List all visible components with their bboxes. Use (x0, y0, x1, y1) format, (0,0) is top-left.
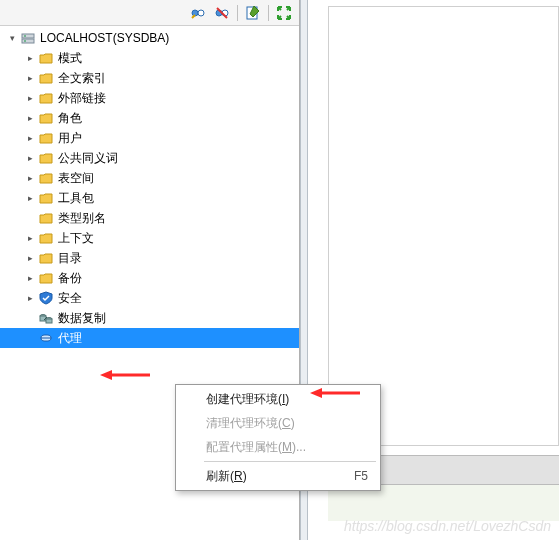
folder-icon (38, 110, 54, 126)
tree-node-label: 角色 (58, 110, 82, 127)
tree-node-label: 表空间 (58, 170, 94, 187)
tree-node-label: 全文索引 (58, 70, 106, 87)
annotation-arrow (100, 368, 150, 382)
tree-node[interactable]: ▸全文索引 (0, 68, 299, 88)
expander-right-icon[interactable]: ▸ (24, 272, 36, 284)
agent-icon (38, 330, 54, 346)
menu-item-label: 刷新(R) (206, 468, 247, 485)
toolbar-separator (268, 5, 269, 21)
tree-node-label: 模式 (58, 50, 82, 67)
expander-right-icon[interactable]: ▸ (24, 292, 36, 304)
tree-node[interactable]: ▸模式 (0, 48, 299, 68)
tree-node[interactable]: ▸目录 (0, 248, 299, 268)
svg-point-1 (198, 10, 204, 16)
expander-right-icon[interactable]: ▸ (24, 172, 36, 184)
menu-config-agent-props: 配置代理属性(M)... (178, 435, 378, 459)
folder-icon (38, 150, 54, 166)
svg-marker-17 (310, 388, 322, 398)
tree-node-label: 安全 (58, 290, 82, 307)
annotation-arrow (310, 386, 360, 400)
expander-none (24, 312, 36, 324)
tree-node-label: 数据复制 (58, 310, 106, 327)
tree-node[interactable]: 代理 (0, 328, 299, 348)
tree-node[interactable]: ▸安全 (0, 288, 299, 308)
tree-node-label: 代理 (58, 330, 82, 347)
folder-icon (38, 170, 54, 186)
expander-right-icon[interactable]: ▸ (24, 152, 36, 164)
context-menu: 创建代理环境(I) 清理代理环境(C) 配置代理属性(M)... 刷新(R) F… (175, 384, 381, 491)
menu-shortcut: F5 (354, 469, 368, 483)
tree-node[interactable]: 类型别名 (0, 208, 299, 228)
tree-node-label: 目录 (58, 250, 82, 267)
svg-rect-7 (22, 39, 34, 43)
toolbar-separator (237, 5, 238, 21)
expander-right-icon[interactable]: ▸ (24, 192, 36, 204)
editor-placeholder (328, 6, 559, 446)
tree-node[interactable]: ▸用户 (0, 128, 299, 148)
folder-icon (38, 130, 54, 146)
expander-none (24, 332, 36, 344)
menu-item-label: 配置代理属性(M)... (206, 439, 306, 456)
folder-icon (38, 70, 54, 86)
toolbar-edit-icon[interactable] (242, 3, 264, 23)
folder-icon (38, 50, 54, 66)
expander-right-icon[interactable]: ▸ (24, 132, 36, 144)
svg-point-8 (24, 35, 26, 37)
tree-node-label: 上下文 (58, 230, 94, 247)
folder-icon (38, 210, 54, 226)
svg-rect-13 (46, 319, 52, 323)
folder-icon (38, 250, 54, 266)
tree-toolbar (0, 0, 299, 26)
menu-separator (204, 461, 376, 462)
toolbar-fullscreen-icon[interactable] (273, 3, 295, 23)
toolbar-unlink-icon[interactable] (211, 3, 233, 23)
tree-node-label: 工具包 (58, 190, 94, 207)
object-tree[interactable]: ▾ LOCALHOST(SYSDBA) ▸模式▸全文索引▸外部链接▸角色▸用户▸… (0, 26, 299, 350)
tree-node-label: 类型别名 (58, 210, 106, 227)
tree-node-label: 外部链接 (58, 90, 106, 107)
tree-node-label: 用户 (58, 130, 82, 147)
folder-icon (38, 230, 54, 246)
tree-node-label: 备份 (58, 270, 82, 287)
svg-point-9 (24, 40, 26, 42)
folder-icon (38, 270, 54, 286)
replication-icon (38, 310, 54, 326)
tree-node[interactable]: ▸外部链接 (0, 88, 299, 108)
watermark: https://blog.csdn.net/LovezhCsdn (344, 518, 551, 534)
expander-right-icon[interactable]: ▸ (24, 252, 36, 264)
tree-node[interactable]: ▸公共同义词 (0, 148, 299, 168)
tree-node-label: 公共同义词 (58, 150, 118, 167)
expander-none (24, 212, 36, 224)
folder-icon (38, 90, 54, 106)
expander-right-icon[interactable]: ▸ (24, 52, 36, 64)
tree-node[interactable]: ▸表空间 (0, 168, 299, 188)
server-icon (20, 30, 36, 46)
menu-item-label: 清理代理环境(C) (206, 415, 295, 432)
svg-rect-6 (22, 34, 34, 38)
tree-node[interactable]: ▸备份 (0, 268, 299, 288)
tree-node[interactable]: ▸角色 (0, 108, 299, 128)
tree-node[interactable]: ▸上下文 (0, 228, 299, 248)
expander-right-icon[interactable]: ▸ (24, 112, 36, 124)
expander-right-icon[interactable]: ▸ (24, 92, 36, 104)
expander-down-icon[interactable]: ▾ (6, 32, 18, 44)
tree-root[interactable]: ▾ LOCALHOST(SYSDBA) (0, 28, 299, 48)
expander-right-icon[interactable]: ▸ (24, 232, 36, 244)
expander-right-icon[interactable]: ▸ (24, 72, 36, 84)
menu-clean-agent-env: 清理代理环境(C) (178, 411, 378, 435)
tree-node[interactable]: 数据复制 (0, 308, 299, 328)
menu-refresh[interactable]: 刷新(R) F5 (178, 464, 378, 488)
menu-item-label: 创建代理环境(I) (206, 391, 289, 408)
folder-icon (38, 190, 54, 206)
shield-icon (38, 290, 54, 306)
svg-marker-15 (100, 370, 112, 380)
tree-root-label: LOCALHOST(SYSDBA) (40, 31, 169, 45)
toolbar-link-icon[interactable] (187, 3, 209, 23)
tree-node[interactable]: ▸工具包 (0, 188, 299, 208)
